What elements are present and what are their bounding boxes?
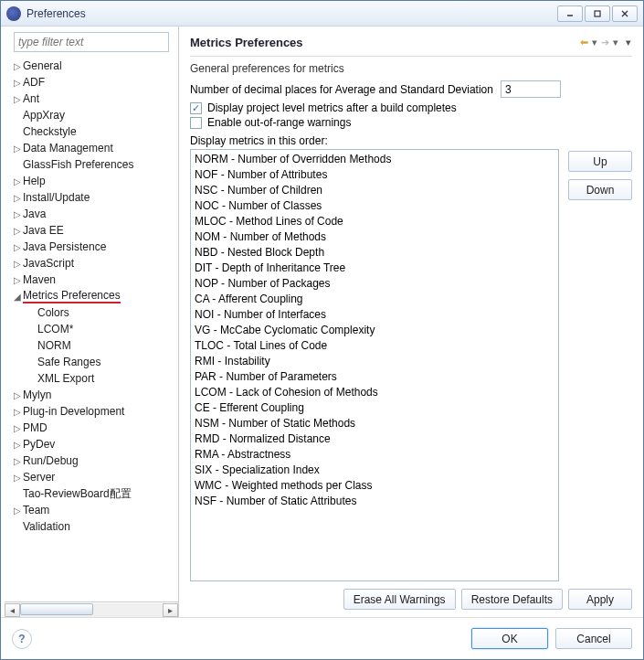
tree-item-metrics-preferences[interactable]: ◢Metrics Preferences	[6, 288, 178, 304]
list-item[interactable]: CA - Afferent Coupling	[195, 292, 554, 307]
erase-warnings-button[interactable]: Erase All Warnings	[343, 589, 456, 610]
horizontal-scrollbar[interactable]: ◂ ▸	[5, 601, 178, 617]
tree-item-javascript[interactable]: ▷JavaScript	[6, 255, 178, 271]
tree-item-server[interactable]: ▷Server	[6, 469, 178, 485]
tree-item-plug-in-development[interactable]: ▷Plug-in Development	[6, 403, 178, 420]
expand-icon[interactable]: ▷	[12, 78, 23, 88]
expand-icon[interactable]: ▷	[12, 94, 23, 104]
tree-item-adf[interactable]: ▷ADF	[6, 74, 178, 90]
apply-button[interactable]: Apply	[568, 589, 632, 610]
tree-item-general[interactable]: ▷General	[6, 58, 178, 74]
tree-item-safe-ranges[interactable]: Safe Ranges	[6, 354, 178, 370]
list-item[interactable]: DIT - Depth of Inheritance Tree	[195, 261, 554, 276]
tree-item-install-update[interactable]: ▷Install/Update	[6, 189, 178, 206]
project-metrics-checkbox[interactable]	[190, 102, 202, 114]
expand-icon[interactable]: ▷	[12, 242, 23, 252]
expand-icon[interactable]: ▷	[12, 440, 23, 450]
tree-item-help[interactable]: ▷Help	[6, 173, 178, 189]
tree-item-checkstyle[interactable]: Checkstyle	[6, 123, 178, 140]
expand-icon[interactable]: ▷	[12, 209, 23, 219]
expand-icon[interactable]: ▷	[12, 193, 23, 203]
preferences-tree[interactable]: ▷General▷ADF▷AntAppXrayCheckstyle▷Data M…	[5, 58, 178, 601]
help-icon[interactable]: ?	[12, 629, 32, 649]
list-item[interactable]: WMC - Weighted methods per Class	[195, 478, 554, 494]
list-item[interactable]: RMD - Normalized Distance	[195, 431, 554, 447]
tree-item-mylyn[interactable]: ▷Mylyn	[6, 387, 178, 403]
tree-item-colors[interactable]: Colors	[6, 304, 178, 321]
list-item[interactable]: NSF - Number of Static Attributes	[195, 494, 554, 509]
forward-menu-icon[interactable]: ▾	[612, 37, 619, 48]
tree-item-appxray[interactable]: AppXray	[6, 107, 178, 123]
expand-icon[interactable]: ▷	[12, 423, 23, 433]
list-item[interactable]: NOF - Number of Attributes	[195, 167, 554, 183]
tree-item-java-ee[interactable]: ▷Java EE	[6, 222, 178, 239]
list-item[interactable]: VG - McCabe Cyclomatic Complexity	[195, 323, 554, 338]
expand-icon[interactable]: ▷	[12, 456, 23, 466]
warnings-checkbox[interactable]	[190, 117, 202, 129]
metrics-listbox[interactable]: NORM - Number of Overridden MethodsNOF -…	[190, 149, 559, 581]
list-item[interactable]: TLOC - Total Lines of Code	[195, 338, 554, 354]
scroll-left-icon[interactable]: ◂	[5, 603, 20, 617]
list-item[interactable]: PAR - Number of Parameters	[195, 369, 554, 385]
collapse-icon[interactable]: ◢	[12, 292, 23, 302]
tree-item-glassfish-preferences[interactable]: GlassFish Preferences	[6, 156, 178, 173]
expand-icon[interactable]: ▷	[12, 226, 23, 236]
tree-item-maven[interactable]: ▷Maven	[6, 271, 178, 288]
view-menu-icon[interactable]: ▾	[625, 37, 632, 48]
tree-item-lcom-[interactable]: LCOM*	[6, 321, 178, 337]
list-item[interactable]: RMI - Instability	[195, 354, 554, 369]
list-item[interactable]: CE - Efferent Coupling	[195, 400, 554, 416]
list-item[interactable]: NOM - Number of Methods	[195, 229, 554, 245]
tree-item-java[interactable]: ▷Java	[6, 206, 178, 222]
expand-icon[interactable]: ▷	[12, 506, 23, 516]
tree-item-tao-reviewboard-[interactable]: Tao-ReviewBoard配置	[6, 485, 178, 502]
tree-item-java-persistence[interactable]: ▷Java Persistence	[6, 239, 178, 255]
list-item[interactable]: NBD - Nested Block Depth	[195, 245, 554, 261]
list-item[interactable]: MLOC - Method Lines of Code	[195, 214, 554, 229]
expand-icon[interactable]: ▷	[12, 61, 23, 71]
window-title: Preferences	[26, 7, 555, 20]
decimal-places-label: Number of decimal places for Average and…	[190, 83, 493, 96]
cancel-button[interactable]: Cancel	[555, 628, 632, 649]
list-item[interactable]: NOC - Number of Classes	[195, 198, 554, 214]
back-icon[interactable]: ⬅	[579, 37, 589, 48]
tree-item-norm[interactable]: NORM	[6, 337, 178, 354]
ok-button[interactable]: OK	[471, 628, 548, 649]
tree-item-run-debug[interactable]: ▷Run/Debug	[6, 452, 178, 469]
tree-item-pydev[interactable]: ▷PyDev	[6, 436, 178, 452]
tree-item-data-management[interactable]: ▷Data Management	[6, 140, 178, 156]
list-item[interactable]: NOP - Number of Packages	[195, 276, 554, 292]
tree-item-validation[interactable]: Validation	[6, 518, 178, 535]
minimize-button[interactable]	[557, 5, 583, 22]
decimal-places-input[interactable]	[501, 80, 561, 98]
restore-defaults-button[interactable]: Restore Defaults	[461, 589, 563, 610]
list-item[interactable]: NSC - Number of Children	[195, 183, 554, 198]
expand-icon[interactable]: ▷	[12, 259, 23, 269]
up-button[interactable]: Up	[568, 151, 632, 172]
list-item[interactable]: LCOM - Lack of Cohesion of Methods	[195, 385, 554, 400]
maximize-button[interactable]	[585, 5, 610, 22]
down-button[interactable]: Down	[568, 179, 632, 200]
filter-input[interactable]	[14, 32, 169, 52]
scroll-track[interactable]	[20, 603, 163, 617]
list-item[interactable]: NSM - Number of Static Methods	[195, 416, 554, 431]
expand-icon[interactable]: ▷	[12, 176, 23, 186]
expand-icon[interactable]: ▷	[12, 473, 23, 483]
expand-icon[interactable]: ▷	[12, 275, 23, 285]
expand-icon[interactable]: ▷	[12, 390, 23, 400]
list-item[interactable]: RMA - Abstractness	[195, 447, 554, 463]
tree-item-ant[interactable]: ▷Ant	[6, 90, 178, 107]
close-button[interactable]	[612, 5, 638, 22]
back-menu-icon[interactable]: ▾	[591, 37, 598, 48]
tree-item-pmd[interactable]: ▷PMD	[6, 420, 178, 436]
list-item[interactable]: NORM - Number of Overridden Methods	[195, 152, 554, 167]
scroll-thumb[interactable]	[20, 603, 93, 615]
tree-item-xml-export[interactable]: XML Export	[6, 370, 178, 387]
list-item[interactable]: NOI - Number of Interfaces	[195, 307, 554, 323]
forward-icon[interactable]: ➔	[600, 37, 610, 48]
list-item[interactable]: SIX - Specialization Index	[195, 463, 554, 478]
expand-icon[interactable]: ▷	[12, 407, 23, 417]
tree-item-team[interactable]: ▷Team	[6, 502, 178, 518]
scroll-right-icon[interactable]: ▸	[163, 603, 178, 617]
expand-icon[interactable]: ▷	[12, 144, 23, 154]
